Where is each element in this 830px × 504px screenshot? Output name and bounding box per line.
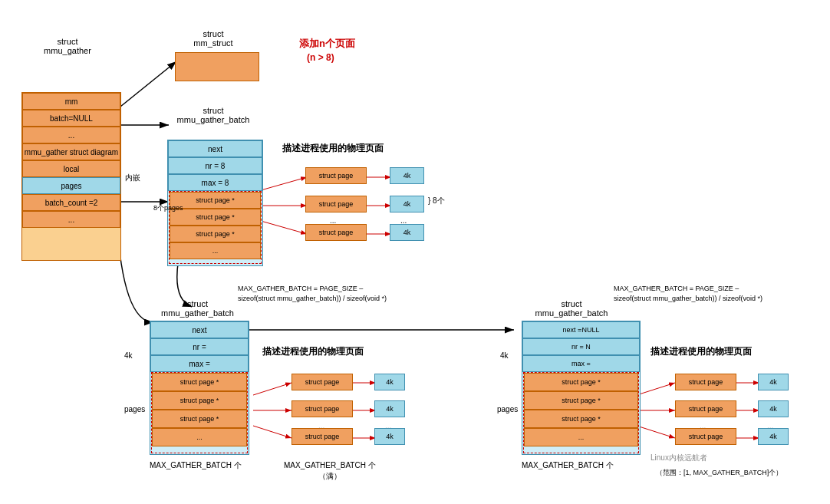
bl-max-full-label: MAX_GATHER_BATCH 个（满） — [284, 460, 376, 482]
tb-next: next — [168, 140, 262, 157]
field-active: mmu_gather struct diagram — [22, 143, 120, 160]
bl-page3: struct page * — [152, 410, 247, 428]
br-nr: nr = N — [522, 338, 640, 355]
bl-sp1: struct page — [291, 374, 353, 390]
mm-struct-title: struct mm_struct — [175, 29, 252, 48]
formula-right: MAX_GATHER_BATCH = PAGE_SIZE – sizeof(st… — [614, 284, 821, 304]
mmu-gather-title: struct mmu_gather — [21, 37, 114, 55]
br-4k3: 4k — [758, 428, 789, 445]
br-batch-title: struct mmu_gather_batch — [522, 299, 621, 318]
field-batch: batch=NULL — [22, 110, 120, 127]
br-page3: struct page * — [524, 410, 638, 428]
bl-sp3: struct page — [291, 428, 353, 445]
diagram-container: struct mmu_gather mm batch=NULL ... mmu_… — [0, 0, 830, 504]
eight-pages-label: 8个pages — [153, 203, 183, 213]
mm-struct-box — [175, 52, 259, 81]
bl-page1: struct page * — [152, 373, 247, 391]
bl-batch-group: next nr = max = struct page * struct pag… — [150, 321, 249, 455]
bl-batch-title: struct mmu_gather_batch — [150, 299, 245, 318]
bl-4k3: 4k — [374, 428, 405, 445]
br-sp3: struct page — [675, 428, 736, 445]
add-pages-label: 添加n个页面 — [299, 37, 355, 51]
top-sp3: struct page — [305, 224, 367, 241]
br-4k2: 4k — [758, 400, 789, 417]
bl-max-label: MAX_GATHER_BATCH 个 — [150, 460, 242, 471]
tb-dots: ... — [170, 242, 261, 259]
bl-page2: struct page * — [152, 391, 247, 410]
br-dots: ... — [524, 428, 638, 446]
bl-pages-container: struct page * struct page * struct page … — [151, 372, 248, 453]
formula-left: MAX_GATHER_BATCH = PAGE_SIZE – sizeof(st… — [238, 284, 453, 304]
br-phys-label: 描述进程使用的物理页面 — [650, 345, 752, 358]
field-mm: mm — [22, 93, 120, 110]
top-batch-title: struct mmu_gather_batch — [167, 106, 259, 124]
top-sp1: struct page — [305, 167, 367, 184]
field-pages: pages — [22, 177, 120, 194]
br-4k-label: 4k — [500, 351, 509, 360]
embed-label: 内嵌 — [125, 173, 140, 183]
br-pages-label: pages — [497, 405, 518, 413]
tb-max: max = 8 — [168, 174, 262, 191]
br-4k1: 4k — [758, 374, 789, 390]
mmu-gather-group: mm batch=NULL ... mmu_gather struct diag… — [21, 92, 121, 261]
field-batch-count: batch_count =2 — [22, 194, 120, 211]
bl-dots: ... — [152, 428, 247, 446]
field-dots2: ... — [22, 211, 120, 228]
br-max: max = — [522, 355, 640, 372]
top-4k3: 4k — [390, 224, 424, 241]
br-max-range-label: （范围：[1, MAX_GATHER_BATCH]个） — [656, 468, 782, 478]
field-dots1: ... — [22, 127, 120, 143]
bl-sp2: struct page — [291, 400, 353, 417]
bl-4k1: 4k — [374, 374, 405, 390]
watermark: Linux内核远航者 — [650, 453, 707, 463]
br-sp2: struct page — [675, 400, 736, 417]
bl-4k-label: 4k — [124, 351, 133, 360]
bl-nr: nr = — [150, 338, 249, 355]
bl-max: max = — [150, 355, 249, 372]
bl-phys-label: 描述进程使用的物理页面 — [262, 345, 364, 358]
br-sp1: struct page — [675, 374, 736, 390]
field-local: local — [22, 160, 120, 177]
bl-4k2: 4k — [374, 400, 405, 417]
eight-count: } 8个 — [428, 196, 445, 206]
tb-nr: nr = 8 — [168, 157, 262, 174]
add-pages-sub: (n > 8) — [307, 52, 334, 63]
tb-page3: struct page * — [170, 226, 261, 242]
top-phys-label: 描述进程使用的物理页面 — [282, 142, 384, 155]
top-4k2: 4k — [390, 196, 424, 212]
top-4k1: 4k — [390, 167, 424, 184]
br-next: next =NULL — [522, 321, 640, 338]
br-batch-group: next =NULL nr = N max = struct page * st… — [522, 321, 641, 455]
bl-next: next — [150, 321, 249, 338]
br-page1: struct page * — [524, 373, 638, 391]
bl-pages-label: pages — [124, 405, 145, 413]
br-max-label: MAX_GATHER_BATCH 个 — [522, 460, 614, 471]
br-page2: struct page * — [524, 391, 638, 410]
tb-pages-container: struct page * struct page * struct page … — [169, 191, 262, 264]
top-sp2: struct page — [305, 196, 367, 212]
br-pages-container: struct page * struct page * struct page … — [523, 372, 639, 453]
